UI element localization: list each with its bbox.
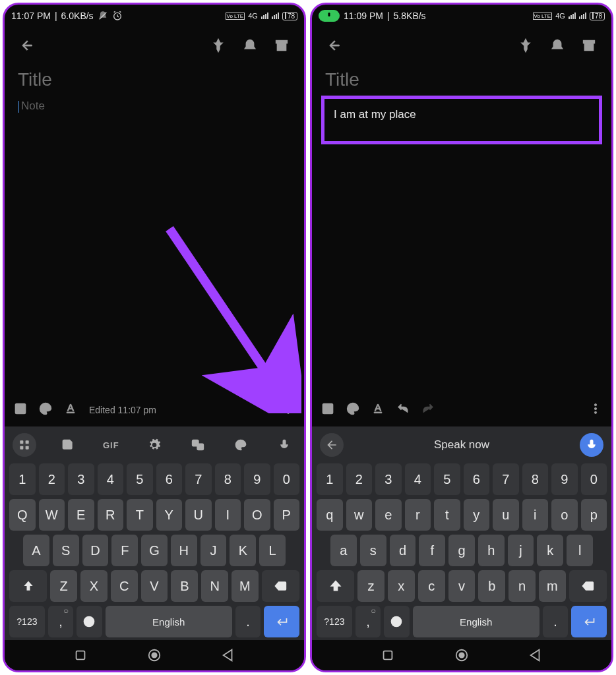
key-t[interactable]: T — [127, 499, 153, 531]
key-n[interactable]: n — [508, 570, 536, 602]
shift-key[interactable] — [317, 570, 354, 602]
key-i[interactable]: I — [215, 499, 241, 531]
key-k[interactable]: K — [230, 535, 256, 566]
nav-recents[interactable] — [73, 648, 88, 662]
title-input[interactable]: Title — [18, 69, 291, 90]
nav-home[interactable] — [454, 648, 469, 662]
key-6[interactable]: 6 — [156, 463, 183, 495]
symbols-key[interactable]: ?123 — [9, 606, 45, 637]
nav-recents[interactable] — [381, 648, 395, 662]
key-2[interactable]: 2 — [39, 463, 65, 495]
space-key[interactable]: English — [106, 606, 232, 637]
key-z[interactable]: z — [357, 570, 385, 602]
add-button[interactable] — [14, 402, 27, 418]
key-w[interactable]: w — [346, 499, 373, 531]
pin-button[interactable] — [205, 32, 231, 59]
key-o[interactable]: o — [551, 499, 578, 531]
key-p[interactable]: P — [274, 499, 300, 531]
key-b[interactable]: b — [478, 570, 505, 602]
key-0[interactable]: 0 — [274, 463, 300, 495]
nav-home[interactable] — [147, 648, 162, 662]
kb-theme-icon[interactable] — [229, 433, 253, 457]
kb-settings-icon[interactable] — [142, 433, 166, 457]
key-s[interactable]: S — [53, 535, 79, 566]
symbols-key[interactable]: ?123 — [317, 606, 352, 637]
backspace-key[interactable] — [262, 570, 299, 602]
key-7[interactable]: 7 — [493, 463, 519, 495]
pin-button[interactable] — [512, 32, 539, 59]
shift-key[interactable] — [9, 570, 47, 602]
key-1[interactable]: 1 — [317, 463, 343, 495]
redo-button[interactable] — [421, 402, 435, 418]
key-d[interactable]: d — [390, 535, 416, 566]
key-k[interactable]: k — [537, 535, 563, 566]
kb-apps-icon[interactable] — [13, 433, 36, 457]
key-d[interactable]: D — [82, 535, 109, 566]
key-q[interactable]: Q — [9, 499, 36, 531]
back-button[interactable] — [14, 32, 40, 59]
more-button[interactable] — [589, 402, 602, 418]
key-g[interactable]: G — [141, 535, 168, 566]
key-h[interactable]: H — [171, 535, 197, 566]
nav-back[interactable] — [221, 648, 235, 662]
kb-translate-icon[interactable] — [186, 433, 210, 457]
note-input[interactable]: Note — [18, 100, 291, 113]
key-2[interactable]: 2 — [346, 463, 373, 495]
key-y[interactable]: Y — [156, 499, 183, 531]
title-input[interactable]: Title — [325, 69, 598, 90]
kb-mic-active-icon[interactable] — [580, 433, 603, 457]
key-8[interactable]: 8 — [215, 463, 241, 495]
space-key[interactable]: English — [413, 606, 539, 637]
key-m[interactable]: M — [231, 570, 259, 602]
key-r[interactable]: r — [405, 499, 431, 531]
enter-key[interactable] — [571, 606, 607, 637]
key-l[interactable]: L — [259, 535, 286, 566]
key-9[interactable]: 9 — [244, 463, 270, 495]
key-9[interactable]: 9 — [551, 463, 578, 495]
key-l[interactable]: l — [567, 535, 593, 566]
more-button[interactable] — [282, 402, 295, 418]
key-5[interactable]: 5 — [127, 463, 153, 495]
enter-key[interactable] — [264, 606, 299, 637]
key-f[interactable]: F — [111, 535, 138, 566]
reminder-button[interactable] — [544, 32, 570, 59]
kb-mic-icon[interactable] — [272, 433, 296, 457]
comma-key[interactable]: ☺, — [48, 606, 73, 637]
key-t[interactable]: t — [434, 499, 460, 531]
key-w[interactable]: W — [39, 499, 65, 531]
key-y[interactable]: y — [464, 499, 490, 531]
mic-active-pill[interactable] — [319, 10, 340, 22]
backspace-key[interactable] — [569, 570, 607, 602]
key-v[interactable]: V — [141, 570, 168, 602]
key-b[interactable]: B — [171, 570, 198, 602]
undo-button[interactable] — [396, 402, 410, 418]
key-n[interactable]: N — [201, 570, 228, 602]
kb-gif-button[interactable]: GIF — [99, 433, 123, 457]
archive-button[interactable] — [576, 32, 602, 59]
key-e[interactable]: e — [375, 499, 402, 531]
key-q[interactable]: q — [317, 499, 343, 531]
key-a[interactable]: A — [23, 535, 49, 566]
key-c[interactable]: C — [111, 570, 138, 602]
key-r[interactable]: R — [98, 499, 124, 531]
text-format-button[interactable] — [371, 402, 385, 418]
key-f[interactable]: f — [419, 535, 445, 566]
key-i[interactable]: i — [522, 499, 549, 531]
note-area[interactable]: Title I am at my place — [312, 64, 611, 394]
key-3[interactable]: 3 — [68, 463, 94, 495]
nav-back[interactable] — [528, 648, 543, 662]
kb-back-icon[interactable] — [320, 433, 344, 457]
key-j[interactable]: J — [200, 535, 227, 566]
language-key[interactable] — [77, 606, 102, 637]
key-3[interactable]: 3 — [375, 463, 402, 495]
key-m[interactable]: m — [539, 570, 566, 602]
period-key[interactable]: . — [543, 606, 568, 637]
period-key[interactable]: . — [235, 606, 261, 637]
key-4[interactable]: 4 — [98, 463, 124, 495]
key-e[interactable]: E — [68, 499, 94, 531]
note-area[interactable]: Title Note — [5, 64, 304, 394]
key-5[interactable]: 5 — [434, 463, 460, 495]
comma-key[interactable]: ☺, — [355, 606, 381, 637]
key-x[interactable]: x — [388, 570, 415, 602]
key-0[interactable]: 0 — [581, 463, 607, 495]
